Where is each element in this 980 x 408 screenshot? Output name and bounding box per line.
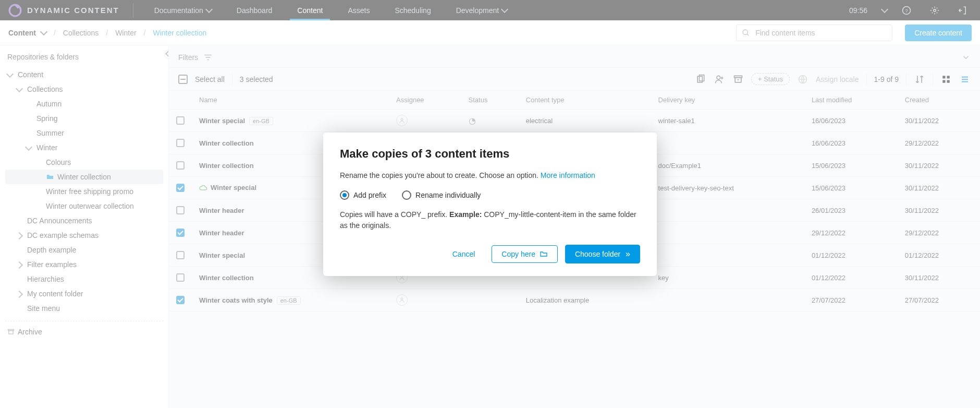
- radio-add-prefix-label: Add prefix: [353, 191, 386, 199]
- modal-scrim: Make copies of 3 content items Rename th…: [0, 0, 980, 408]
- modal-example-a: Copies will have a COPY_ prefix.: [340, 210, 449, 219]
- radio-add-prefix[interactable]: Add prefix: [340, 190, 386, 200]
- radio-dot-empty-icon: [402, 190, 411, 200]
- copy-modal: Make copies of 3 content items Rename th…: [323, 133, 657, 276]
- radio-dot-filled-icon: [340, 190, 349, 200]
- radio-rename-individually-label: Rename individually: [415, 191, 481, 199]
- chevron-double-right-icon: [624, 249, 630, 259]
- choose-folder-label: Choose folder: [575, 250, 620, 258]
- folder-icon: [540, 250, 548, 258]
- radio-rename-individually[interactable]: Rename individually: [402, 190, 481, 200]
- modal-body: Rename the copies you're about to create…: [340, 170, 640, 181]
- copy-here-button[interactable]: Copy here: [492, 245, 558, 263]
- choose-folder-button[interactable]: Choose folder: [565, 245, 640, 263]
- modal-more-info-link[interactable]: More information: [541, 171, 595, 179]
- modal-example: Copies will have a COPY_ prefix. Example…: [340, 209, 640, 231]
- copy-here-label: Copy here: [501, 250, 535, 258]
- modal-body-text: Rename the copies you're about to create…: [340, 171, 541, 179]
- modal-example-b: Example:: [449, 210, 482, 219]
- cancel-button[interactable]: Cancel: [443, 246, 485, 262]
- modal-title: Make copies of 3 content items: [340, 147, 640, 161]
